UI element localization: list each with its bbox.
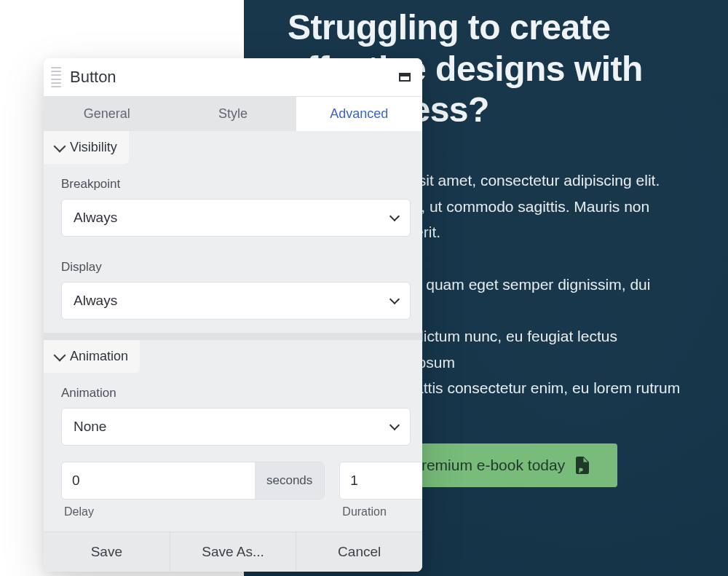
section-animation: Animation Animation None seconds Del xyxy=(44,340,422,532)
animation-select[interactable]: None xyxy=(61,408,411,446)
tab-style[interactable]: Style xyxy=(170,97,296,131)
dock-icon[interactable] xyxy=(399,73,411,82)
delay-label: Delay xyxy=(61,505,325,518)
panel-title: Button xyxy=(70,68,399,87)
delay-group: seconds Delay xyxy=(61,462,325,518)
field-timing: seconds Delay seconds Duration xyxy=(44,459,422,532)
section-visibility-header[interactable]: Visibility xyxy=(44,131,129,164)
cancel-button[interactable]: Cancel xyxy=(296,532,422,572)
section-divider xyxy=(44,333,422,340)
section-animation-header[interactable]: Animation xyxy=(44,340,140,373)
pdf-icon xyxy=(575,457,590,474)
editor-panel: Button General Style Advanced Visibility… xyxy=(44,58,422,572)
tab-advanced[interactable]: Advanced xyxy=(296,97,422,131)
breakpoint-value: Always xyxy=(74,210,117,226)
section-visibility-label: Visibility xyxy=(70,140,117,155)
animation-label: Animation xyxy=(61,386,411,401)
panel-footer: Save Save As... Cancel xyxy=(44,532,422,572)
tab-general[interactable]: General xyxy=(44,97,170,131)
section-animation-label: Animation xyxy=(70,349,128,364)
chevron-down-icon xyxy=(389,294,400,304)
chevron-down-icon xyxy=(54,349,66,361)
field-animation: Animation None xyxy=(44,376,422,459)
delay-input[interactable] xyxy=(62,462,255,499)
panel-body[interactable]: Visibility Breakpoint Always Display Alw… xyxy=(44,131,422,532)
duration-group: seconds Duration xyxy=(339,462,422,518)
chevron-down-icon xyxy=(389,211,400,221)
chevron-down-icon xyxy=(54,140,66,152)
drag-handle[interactable] xyxy=(51,67,61,87)
field-display: Display Always xyxy=(44,250,422,333)
save-button[interactable]: Save xyxy=(44,532,170,572)
duration-label: Duration xyxy=(339,505,422,518)
section-visibility: Visibility Breakpoint Always Display Alw… xyxy=(44,131,422,333)
field-breakpoint: Breakpoint Always xyxy=(44,167,422,250)
animation-value: None xyxy=(74,419,106,435)
display-label: Display xyxy=(61,260,411,275)
breakpoint-select[interactable]: Always xyxy=(61,199,411,237)
display-value: Always xyxy=(74,293,117,309)
breakpoint-label: Breakpoint xyxy=(61,177,411,192)
tabs: General Style Advanced xyxy=(44,97,422,131)
delay-unit: seconds xyxy=(255,462,324,499)
display-select[interactable]: Always xyxy=(61,282,411,320)
save-as-button[interactable]: Save As... xyxy=(170,532,296,572)
duration-input[interactable] xyxy=(340,462,422,499)
chevron-down-icon xyxy=(389,420,400,430)
panel-header: Button xyxy=(44,58,422,97)
